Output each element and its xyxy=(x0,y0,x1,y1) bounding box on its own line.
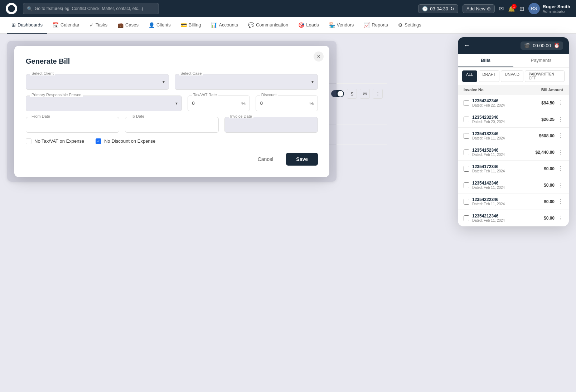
dollar-icon[interactable]: $ xyxy=(347,89,357,99)
mobile-row-checkbox[interactable] xyxy=(464,199,469,205)
mobile-more-icon[interactable]: ⋮ xyxy=(557,116,563,123)
no-tax-checkbox-group: No Tax/VAT on Expense xyxy=(26,138,84,144)
mobile-row-checkbox[interactable] xyxy=(464,117,469,122)
mobile-row-checkbox[interactable] xyxy=(464,166,469,172)
mobile-tab-payments[interactable]: Payments xyxy=(513,54,569,67)
nav-item-accounts[interactable]: 📊 Accounts xyxy=(207,17,242,34)
modal-title: Generate Bill xyxy=(26,57,318,65)
mobile-filter-paid[interactable]: PAID/WRITTEN OFF xyxy=(525,70,565,82)
no-tax-checkbox[interactable] xyxy=(26,138,32,144)
mobile-row-info: 12354212346 Dated: Feb 11, 2024 xyxy=(472,214,541,222)
mobile-row-info: 12354152346 Dated: Feb 11, 2024 xyxy=(472,148,533,157)
timer-icon: 🎬 xyxy=(524,43,530,48)
mobile-row-checkbox[interactable] xyxy=(464,150,469,155)
mobile-timer-alarm[interactable]: ⏰ xyxy=(554,43,560,48)
mobile-amount: $0.00 xyxy=(544,216,555,221)
from-date-input[interactable] xyxy=(26,117,119,133)
mobile-more-icon[interactable]: ⋮ xyxy=(557,182,563,188)
nav-item-vendors[interactable]: 🏪 Vendors xyxy=(325,17,358,34)
form-row-2: Primary Responsible Person ▾ Tax/VAT Rat… xyxy=(26,95,318,111)
timer-display: 🕐 03:04:30 ↻ xyxy=(418,4,458,13)
mobile-invoice-date: Dated: Feb 11, 2024 xyxy=(472,219,541,222)
add-new-button[interactable]: Add New ⊕ xyxy=(463,4,495,13)
mobile-more-icon[interactable]: ⋮ xyxy=(557,165,563,172)
mobile-row-checkbox[interactable] xyxy=(464,100,469,106)
mobile-row-info: 12354142346 Dated: Feb 11, 2024 xyxy=(472,181,541,190)
search-placeholder: Go to features( eg. Conflict Check, Matt… xyxy=(35,6,143,11)
reports-icon: 📈 xyxy=(364,22,370,28)
select-client-input[interactable] xyxy=(26,74,169,90)
from-date-label: From Date xyxy=(30,114,52,118)
nav-item-clients[interactable]: 👤 Clients xyxy=(144,17,175,34)
mobile-amount: $94.50 xyxy=(541,101,555,106)
mobile-table-header: Invoice No Bill Amount xyxy=(458,85,569,95)
to-date-input[interactable] xyxy=(125,117,218,133)
mobile-more-icon[interactable]: ⋮ xyxy=(557,149,563,156)
user-profile[interactable]: RS Roger Smith Administrator xyxy=(528,3,570,14)
notification-badge: 1 xyxy=(512,4,517,9)
mobile-rows-container[interactable]: 12354242346 Dated: Feb 22, 2024 $94.50 ⋮… xyxy=(458,95,569,226)
mobile-timer: 🎬 00:00:00 ⏰ xyxy=(521,41,563,50)
nav-item-cases[interactable]: 💼 Cases xyxy=(113,17,143,34)
select-case-input[interactable] xyxy=(175,74,318,90)
mobile-more-icon[interactable]: ⋮ xyxy=(557,132,563,139)
list-item: 12354182346 Dated: Feb 11, 2024 $608.00 … xyxy=(458,128,569,144)
no-discount-checkbox[interactable]: ✓ xyxy=(96,138,101,144)
nav-item-communication[interactable]: 💬 Communication xyxy=(244,17,292,34)
vendors-icon: 🏪 xyxy=(329,22,335,28)
email-action-icon[interactable]: ✉ xyxy=(360,89,370,99)
topbar-right: 🕐 03:04:30 ↻ Add New ⊕ ✉ 🔔 1 ⊞ RS Roger … xyxy=(418,3,570,14)
timer-value: 03:04:30 xyxy=(430,6,448,11)
mobile-back-button[interactable]: ← xyxy=(464,42,470,49)
list-item: 12354222346 Dated: Feb 11, 2024 $0.00 ⋮ xyxy=(458,193,569,210)
bell-icon[interactable]: 🔔 1 xyxy=(508,5,515,12)
primary-person-input[interactable] xyxy=(26,95,182,111)
tax-vat-input[interactable] xyxy=(188,95,250,111)
mobile-row-checkbox[interactable] xyxy=(464,182,469,188)
global-search[interactable]: 🔍 Go to features( eg. Conflict Check, Ma… xyxy=(23,3,159,14)
nav-item-reports[interactable]: 📈 Reports xyxy=(359,17,392,34)
leads-icon: 🎯 xyxy=(298,22,304,28)
email-icon[interactable]: ✉ xyxy=(499,5,504,12)
tax-percent-symbol: % xyxy=(241,101,246,106)
save-button[interactable]: Save xyxy=(286,153,318,166)
mobile-amount: $26.25 xyxy=(541,117,555,122)
refresh-icon[interactable]: ↻ xyxy=(450,6,454,11)
nav-item-tasks[interactable]: ✓ Tasks xyxy=(85,17,112,34)
accounts-icon: 📊 xyxy=(211,22,217,28)
mobile-row-checkbox[interactable] xyxy=(464,133,469,139)
select-case-label: Select Case xyxy=(179,71,203,75)
avatar-initials: RS xyxy=(531,6,537,11)
modal-overlay: × Generate Bill Select Client ▾ Select C… xyxy=(7,41,337,182)
discount-input[interactable] xyxy=(256,95,318,111)
mobile-amount: $608.00 xyxy=(539,133,555,138)
grid-icon[interactable]: ⊞ xyxy=(519,5,524,12)
mobile-filter-unpaid[interactable]: UNPAID xyxy=(501,70,523,82)
mobile-filter-all[interactable]: ALL xyxy=(462,70,477,82)
nav-item-settings[interactable]: ⚙ Settings xyxy=(394,17,426,34)
invoice-date-input[interactable] xyxy=(224,117,318,133)
mobile-more-icon[interactable]: ⋮ xyxy=(557,99,563,106)
nav-item-billing[interactable]: 💳 Billing xyxy=(176,17,205,34)
tax-vat-group: Tax/VAT Rate % xyxy=(188,95,250,111)
list-item: 12354152346 Dated: Feb 11, 2024 $2,440.0… xyxy=(458,144,569,161)
mobile-row-info: 12354172346 Dated: Feb 11, 2024 xyxy=(472,164,541,173)
nav-item-dashboards[interactable]: ⊞ Dashboards xyxy=(7,17,47,34)
nav-item-leads[interactable]: 🎯 Leads xyxy=(294,17,323,34)
cancel-button[interactable]: Cancel xyxy=(249,153,282,166)
mobile-tab-bills[interactable]: Bills xyxy=(458,54,513,67)
billing-icon: 💳 xyxy=(181,22,187,28)
mobile-filter-draft[interactable]: DRAFT xyxy=(479,70,500,82)
mobile-invoice-date: Dated: Feb 11, 2024 xyxy=(472,186,541,190)
nav-label-reports: Reports xyxy=(372,22,388,28)
mobile-row-checkbox[interactable] xyxy=(464,215,469,221)
nav-item-calendar[interactable]: 📅 Calendar xyxy=(48,17,84,34)
more-icon[interactable]: ⋮ xyxy=(373,89,383,99)
list-item: 12354232346 Dated: Feb 20, 2024 $26.25 ⋮ xyxy=(458,111,569,128)
tax-vat-label: Tax/VAT Rate xyxy=(192,93,218,97)
mobile-more-icon[interactable]: ⋮ xyxy=(557,215,563,221)
mobile-more-icon[interactable]: ⋮ xyxy=(557,198,563,205)
modal-close-button[interactable]: × xyxy=(314,52,324,62)
list-item: 12354142346 Dated: Feb 11, 2024 $0.00 ⋮ xyxy=(458,177,569,193)
mobile-tabs: Bills Payments xyxy=(458,54,569,68)
